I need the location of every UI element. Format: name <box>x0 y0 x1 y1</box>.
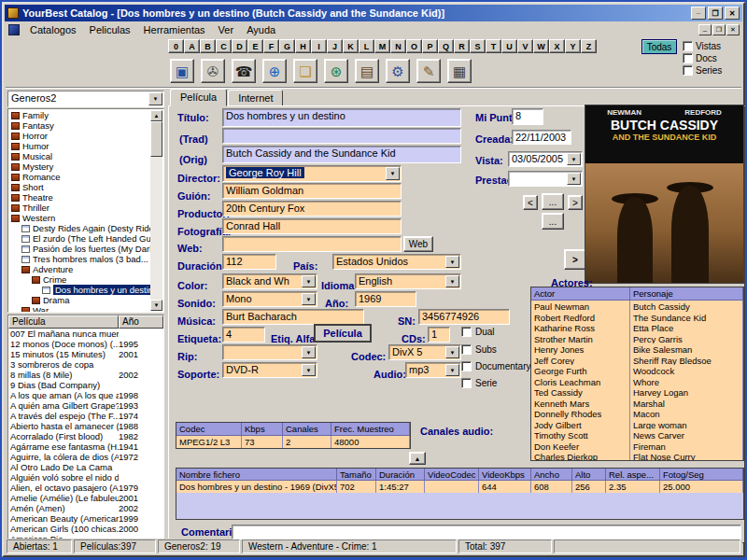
actor-row[interactable]: Timothy Scott News Carver <box>531 429 743 441</box>
productor-field[interactable]: 20th Century Fox <box>222 201 402 217</box>
letter-button[interactable]: A <box>184 39 200 53</box>
color-combo[interactable]: Black and Wh <box>222 273 317 289</box>
checkbox-icon[interactable] <box>683 65 693 76</box>
todas-button[interactable]: Todas <box>641 39 677 54</box>
chevron-down-icon[interactable] <box>445 346 459 358</box>
director-combo[interactable]: George Roy Hill <box>222 165 402 182</box>
tree-item[interactable]: Tres hombres malos (3 bad... <box>9 254 150 264</box>
actor-row[interactable]: Don Keefer Fireman <box>531 441 743 452</box>
file-row[interactable]: Dos hombres y un destino - 1969 (DivX5-m… <box>176 481 743 493</box>
codec-combo[interactable]: DivX 5 <box>388 344 461 360</box>
actor-row[interactable]: Jeff Corey Sheriff Ray Bledsoe <box>531 355 743 366</box>
actor-row[interactable]: Katharine Ross Etta Place <box>531 322 743 333</box>
movie-list-row[interactable]: 12 monos (Doce monos) (... 1995 <box>8 339 163 349</box>
letter-button[interactable]: N <box>390 39 406 53</box>
sn-field[interactable]: 3456774926 <box>418 309 510 325</box>
settings-gear-icon[interactable]: ⚙ <box>386 59 410 83</box>
sonido-combo[interactable]: Mono <box>222 291 317 307</box>
movie-list-row[interactable]: A los que aman (A los que a... 1998 <box>8 390 163 400</box>
title-bar[interactable]: YourBest Catalog - [Dos hombres y un des… <box>5 5 742 21</box>
tree-item[interactable]: Dos hombres y un destin <box>9 285 150 295</box>
tree-item[interactable]: Musical <box>9 151 150 161</box>
dual-checkbox[interactable]: Dual <box>461 327 495 337</box>
minimize-button[interactable] <box>691 7 706 20</box>
prestada-combo[interactable] <box>508 171 583 187</box>
tree-item[interactable]: Western <box>9 213 150 223</box>
letter-button[interactable]: P <box>422 39 438 53</box>
video-monitor-icon[interactable]: ▣ <box>170 59 194 83</box>
letter-button[interactable]: F <box>263 39 279 53</box>
movie-list-row[interactable]: 007 El mañana nunca muere (0 <box>8 329 163 339</box>
tree-item[interactable]: Horror <box>9 131 150 141</box>
cds-field[interactable]: 1 <box>428 327 450 343</box>
checkbox-icon[interactable] <box>461 344 472 355</box>
tree-item[interactable]: Pasión de los fuertes (My Darling <box>9 244 150 254</box>
tab[interactable]: Película <box>170 89 227 106</box>
letter-button[interactable]: H <box>295 39 311 53</box>
letter-button[interactable]: M <box>374 39 390 53</box>
movie-list-row[interactable]: Amelie (Amélie) (Le fabuleu... 2001 <box>8 493 163 503</box>
actor-row[interactable]: Henry Jones Bike Salesman <box>531 343 743 355</box>
letter-button[interactable]: I <box>311 39 327 53</box>
trad-field[interactable] <box>222 128 461 144</box>
actor-row[interactable]: Kenneth Mars Marshal <box>531 398 743 409</box>
letter-button[interactable]: Q <box>438 39 454 53</box>
movie-list-row[interactable]: Abierto hasta el amanecer (... 1988 <box>8 421 163 431</box>
actor-row[interactable]: Cloris Leachman Whore <box>531 376 743 387</box>
checkbox-icon[interactable] <box>683 41 693 51</box>
letter-button[interactable]: V <box>517 39 533 53</box>
comentario-field[interactable] <box>232 525 741 539</box>
child-minimize-button[interactable] <box>698 24 712 35</box>
checkbox-icon[interactable] <box>461 361 472 371</box>
collapse-up-icon[interactable]: ▲ <box>409 452 426 465</box>
personaje-column-header[interactable]: Personaje <box>630 287 743 301</box>
movie-list-row[interactable]: 15 minutos (15 Minutes) 2001 <box>8 349 163 359</box>
movie-list-row[interactable]: 3 sombreros de copa <box>8 359 163 370</box>
chevron-down-icon[interactable] <box>445 256 459 268</box>
movie-list-row[interactable]: A través del espejo (The F... 1974 <box>8 411 163 421</box>
etiqueta-field[interactable]: 4 <box>222 327 265 343</box>
scroll-down-icon[interactable]: ▼ <box>150 300 162 311</box>
chevron-down-icon[interactable] <box>302 364 316 376</box>
phone-icon[interactable]: ☎ <box>232 59 256 83</box>
actor-row[interactable]: Strother Martin Percy Garris <box>531 333 743 344</box>
audio-combo[interactable]: mp3 <box>405 362 461 378</box>
menu-item[interactable]: Ayuda <box>240 23 282 36</box>
filter-checkbox[interactable]: Vistas <box>683 41 744 51</box>
filter-checkbox[interactable]: Series <box>683 65 744 76</box>
tree-item[interactable]: El zurdo (The Left Handed Gun) <box>9 233 150 244</box>
filter-checkbox[interactable]: Docs <box>683 53 744 63</box>
tree-item[interactable]: Adventure <box>9 264 150 274</box>
child-restore-button[interactable] <box>712 24 726 35</box>
letter-button[interactable]: S <box>470 39 486 53</box>
letter-button[interactable]: B <box>200 39 216 53</box>
tree-item[interactable]: Fantasy <box>9 120 150 131</box>
idioma-combo[interactable]: English <box>355 273 461 289</box>
subs-checkbox[interactable]: Subs <box>461 344 497 355</box>
letter-button[interactable]: R <box>454 39 470 53</box>
actor-row[interactable]: Ted Cassidy Harvey Logan <box>531 386 743 398</box>
tree-item[interactable]: Theatre <box>9 192 150 203</box>
maximize-button[interactable] <box>708 7 723 20</box>
letter-button[interactable]: U <box>501 39 517 53</box>
guion-field[interactable]: William Goldman <box>222 183 402 199</box>
letter-button[interactable]: O <box>406 39 422 53</box>
next-button[interactable]: > <box>568 195 583 210</box>
movie-list-row[interactable]: Amén (Amen) 2002 <box>8 503 163 513</box>
letter-button[interactable]: J <box>327 39 343 53</box>
tree-item[interactable]: Crime <box>9 274 150 285</box>
table-report-icon[interactable]: ▦ <box>447 59 472 83</box>
child-close-button[interactable] <box>726 24 740 35</box>
movie-list-row[interactable]: American Beauty (American... 1999 <box>8 513 163 524</box>
movie-list-row[interactable]: Acorralado (First blood) 1982 <box>8 431 163 441</box>
chevron-down-icon[interactable] <box>302 275 316 287</box>
chevron-down-icon[interactable] <box>302 346 316 358</box>
letter-button[interactable]: Y <box>565 39 581 53</box>
tree-scrollbar[interactable]: ▲ ▼ <box>150 110 162 311</box>
genre-selector[interactable]: Generos2 <box>7 91 164 107</box>
movie-list-row[interactable]: Alien, el octavo pasajero (A... 1979 <box>8 483 163 493</box>
actor-row[interactable]: Donnelly Rhodes Macon <box>531 408 743 419</box>
web-button[interactable]: Web <box>403 236 433 252</box>
movie-list-row[interactable]: A quién ama Gilbert Grape?... 1993 <box>8 400 163 411</box>
letter-button[interactable]: X <box>549 39 565 53</box>
